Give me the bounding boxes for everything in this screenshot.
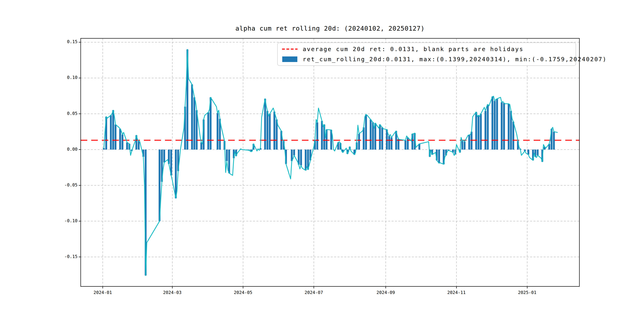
return-bar [264,99,266,150]
return-bar [438,150,440,163]
return-bar [492,96,493,150]
return-bar [365,114,367,150]
return-bar [464,142,466,150]
return-bar [122,134,123,150]
x-tick-label: 2024-09 [370,290,402,295]
return-bar [194,98,195,150]
chart-page: alpha cum ret rolling 20d: (20240102, 20… [0,0,644,322]
return-bar [269,114,270,150]
legend-series-label: ret_cum_rolling_20d:0.0131, max:(0.1399,… [303,56,607,62]
return-bar [207,112,209,150]
return-bar [501,102,502,150]
y-tick-label: 0.00 [54,147,78,152]
return-bar [468,135,470,150]
legend-item-series: ret_cum_rolling_20d:0.0131, max:(0.1399,… [282,56,576,62]
return-bar [226,150,228,161]
x-tick-label: 2024-01 [87,290,119,295]
return-bar [300,150,302,165]
return-bar [358,134,360,150]
x-tick-label: 2024-07 [298,290,330,295]
return-bar [503,103,505,150]
y-tick-label: 0.10 [54,75,78,80]
return-bar [388,136,390,150]
return-bar [508,104,510,150]
y-tick-label: -0.10 [54,218,78,223]
average-dashed-line-sample [282,48,298,50]
return-bar [110,115,112,150]
return-bar [112,110,114,150]
return-bar [487,104,488,150]
return-bar [217,113,218,150]
return-bar [537,150,538,156]
return-bar [480,114,482,150]
return-bar [512,122,514,150]
y-tick-label: 0.05 [54,111,78,116]
legend-item-average: average cum 20d ret: 0.0131, blank parts… [282,46,576,52]
return-bar [407,137,409,150]
y-tick-label: 0.15 [54,39,78,44]
return-bar [475,112,477,150]
return-bar [274,112,275,150]
return-bar [461,141,463,150]
return-bar [316,122,318,150]
x-tick-label: 2025-01 [511,290,543,295]
legend: average cum 20d ret: 0.0131, blank parts… [277,42,576,66]
return-bar [293,150,295,156]
y-tick-label: -0.05 [54,182,78,188]
return-bar [478,115,480,150]
return-bar [379,125,381,150]
return-bar [138,141,140,150]
return-bar [404,140,406,150]
plot-border [81,38,580,286]
legend-average-label: average cum 20d ret: 0.0131, blank parts… [303,46,524,52]
return-bar [114,125,116,150]
return-bar [381,128,383,150]
y-tick-label: -0.15 [54,254,78,259]
return-bar [163,150,165,162]
return-bar [119,129,121,150]
series-bar-sample [282,56,298,62]
return-bar [126,142,128,150]
return-bar [494,101,496,150]
x-tick-label: 2024-05 [227,290,259,295]
return-bar [390,137,392,150]
return-bar [228,150,230,173]
return-bar [370,120,372,150]
return-bar [496,99,498,150]
return-bar [175,150,177,198]
return-bar [363,128,364,150]
return-bar [553,132,555,150]
x-tick-label: 2024-11 [441,290,472,295]
x-tick-label: 2024-03 [156,290,188,295]
return-bar [484,111,486,150]
return-bar [266,111,268,150]
